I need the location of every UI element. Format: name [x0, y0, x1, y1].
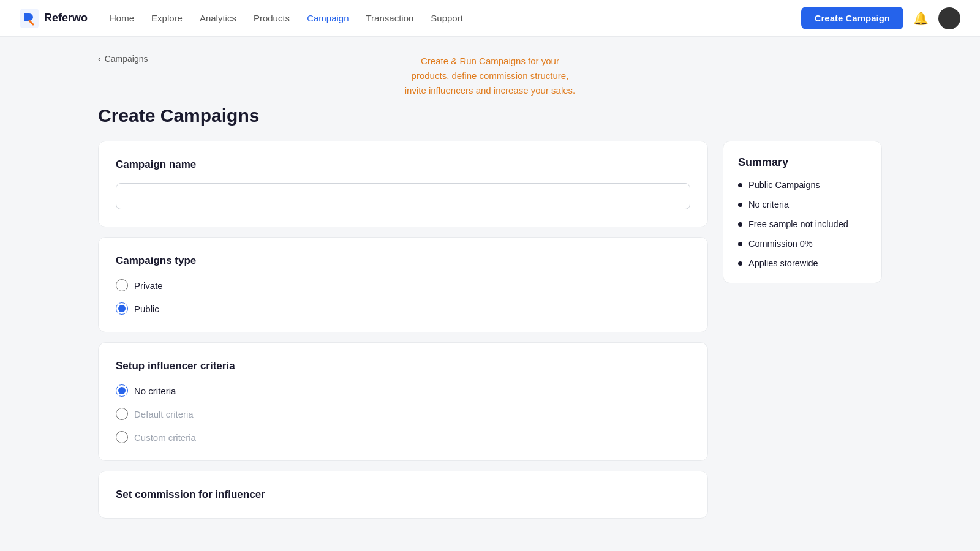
- form-main: Campaign name Campaigns type Private Pub…: [98, 141, 708, 519]
- summary-bullet-3: [738, 242, 742, 246]
- campaigns-type-radio-group: Private Public: [116, 279, 690, 315]
- type-public-label: Public: [134, 304, 159, 314]
- criteria-custom-option[interactable]: Custom criteria: [116, 431, 690, 443]
- campaigns-type-label: Campaigns type: [116, 255, 690, 267]
- type-private-option[interactable]: Private: [116, 279, 690, 291]
- breadcrumb-arrow: ‹: [98, 54, 101, 64]
- navbar-right: Create Campaign 🔔: [801, 7, 960, 29]
- nav-home[interactable]: Home: [110, 13, 134, 23]
- subtitle-banner: Create & Run Campaigns for your products…: [405, 54, 575, 98]
- criteria-custom-label: Custom criteria: [134, 432, 196, 443]
- summary-card: Summary Public Campaigns No criteria Fre…: [723, 141, 882, 283]
- summary-list: Public Campaigns No criteria Free sample…: [738, 180, 867, 268]
- influencer-criteria-label: Setup influencer criteria: [116, 360, 690, 372]
- influencer-criteria-card: Setup influencer criteria No criteria De…: [98, 342, 708, 461]
- criteria-default-radio[interactable]: [116, 408, 128, 420]
- campaign-name-card: Campaign name: [98, 141, 708, 227]
- type-public-option[interactable]: Public: [116, 302, 690, 315]
- nav-analytics[interactable]: Analytics: [200, 13, 236, 23]
- criteria-custom-radio[interactable]: [116, 431, 128, 443]
- nav-products[interactable]: Products: [254, 13, 290, 23]
- nav-links: Home Explore Analytics Products Campaign…: [110, 13, 463, 23]
- navbar: Referwo Home Explore Analytics Products …: [0, 0, 980, 37]
- nav-campaign[interactable]: Campaign: [307, 13, 349, 23]
- campaign-name-input[interactable]: [116, 183, 690, 209]
- commission-card: Set commission for influencer: [98, 471, 708, 519]
- commission-label: Set commission for influencer: [116, 489, 690, 501]
- summary-item-text-0: Public Campaigns: [748, 180, 820, 190]
- summary-item-text-2: Free sample not included: [748, 219, 848, 229]
- summary-item-1: No criteria: [738, 200, 867, 209]
- criteria-default-option[interactable]: Default criteria: [116, 408, 690, 420]
- type-private-radio[interactable]: [116, 279, 128, 291]
- nav-transaction[interactable]: Transaction: [366, 13, 414, 23]
- summary-title: Summary: [738, 156, 867, 169]
- form-sidebar: Summary Public Campaigns No criteria Fre…: [723, 141, 882, 283]
- page-container: ‹ Campaigns Create & Run Campaigns for y…: [74, 37, 907, 551]
- breadcrumb[interactable]: ‹ Campaigns: [98, 54, 405, 64]
- logo-text: Referwo: [44, 12, 88, 24]
- header-subtitle: Create & Run Campaigns for your products…: [405, 54, 575, 103]
- summary-item-3: Commission 0%: [738, 239, 867, 249]
- header-breadcrumb: ‹ Campaigns: [98, 54, 405, 73]
- nav-support[interactable]: Support: [431, 13, 463, 23]
- summary-item-text-1: No criteria: [748, 200, 789, 209]
- logo-icon: [20, 9, 39, 28]
- summary-bullet-2: [738, 222, 742, 227]
- summary-item-text-3: Commission 0%: [748, 239, 813, 249]
- campaign-name-label: Campaign name: [116, 159, 690, 171]
- criteria-no-option[interactable]: No criteria: [116, 384, 690, 397]
- summary-bullet-4: [738, 261, 742, 266]
- bell-icon[interactable]: 🔔: [913, 11, 929, 26]
- summary-bullet-0: [738, 183, 742, 187]
- nav-explore[interactable]: Explore: [151, 13, 183, 23]
- influencer-criteria-radio-group: No criteria Default criteria Custom crit…: [116, 384, 690, 443]
- criteria-no-label: No criteria: [134, 386, 176, 396]
- create-campaign-button[interactable]: Create Campaign: [801, 7, 903, 29]
- logo[interactable]: Referwo: [20, 9, 88, 28]
- campaigns-type-card: Campaigns type Private Public: [98, 237, 708, 332]
- summary-item-4: Applies storewide: [738, 258, 867, 268]
- summary-bullet-1: [738, 203, 742, 207]
- type-public-radio[interactable]: [116, 302, 128, 315]
- summary-item-2: Free sample not included: [738, 219, 867, 229]
- page-title: Create Campaigns: [98, 105, 882, 126]
- type-private-label: Private: [134, 280, 163, 291]
- header-area: ‹ Campaigns Create & Run Campaigns for y…: [98, 54, 882, 103]
- criteria-no-radio[interactable]: [116, 384, 128, 397]
- summary-item-text-4: Applies storewide: [748, 258, 818, 268]
- summary-item-0: Public Campaigns: [738, 180, 867, 190]
- navbar-left: Referwo Home Explore Analytics Products …: [20, 9, 463, 28]
- avatar[interactable]: [938, 7, 960, 29]
- form-layout: Campaign name Campaigns type Private Pub…: [98, 141, 882, 519]
- criteria-default-label: Default criteria: [134, 409, 194, 419]
- breadcrumb-text: Campaigns: [105, 54, 148, 64]
